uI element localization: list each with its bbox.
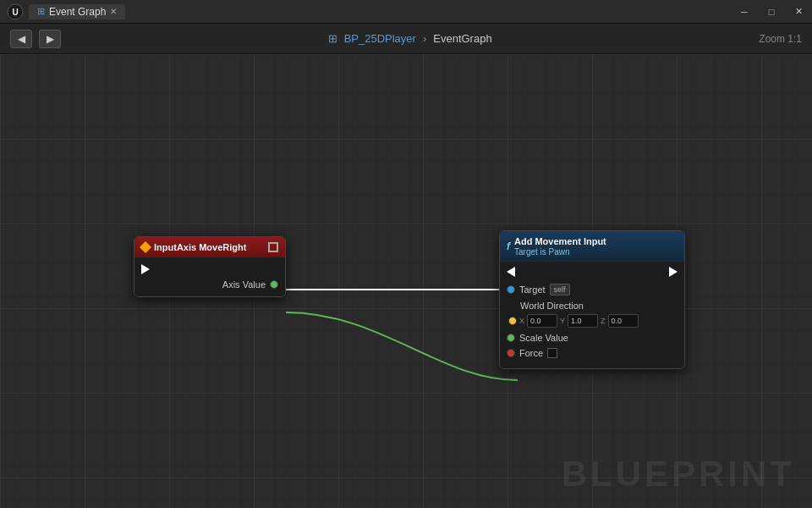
breadcrumb-graph: EventGraph (433, 32, 491, 45)
force-row: Force (507, 348, 678, 358)
axis-value-row: Axis Value (141, 279, 278, 290)
world-direction-label: World Direction (520, 301, 678, 311)
event-graph-tab[interactable]: ⊞ Event Graph ✕ (29, 4, 125, 19)
node-connections (0, 54, 812, 508)
breadcrumb-project[interactable]: BP_25DPlayer (344, 32, 416, 45)
node-movement-body: Target self World Direction X 0.0 Y 1.0 … (500, 262, 684, 368)
tab-close-button[interactable]: ✕ (110, 7, 117, 16)
ue-logo-icon: U (7, 3, 24, 20)
axis-value-label: Axis Value (222, 279, 266, 290)
target-row: Target self (507, 284, 678, 295)
breadcrumb-separator: › (423, 32, 426, 45)
x-axis-label: X (519, 317, 524, 325)
y-axis-label: Y (560, 317, 565, 325)
toolbar: ◀ ▶ ⊞ BP_25DPlayer › EventGraph Zoom 1:1 (0, 24, 812, 54)
target-pin[interactable] (507, 285, 515, 294)
minimize-button[interactable]: ─ (731, 0, 758, 24)
force-label: Force (519, 348, 543, 358)
node-input-title: InputAxis MoveRight (154, 242, 246, 252)
titlebar-left: U ⊞ Event Graph ✕ (7, 3, 125, 20)
blueprint-watermark: BLUEPRINT (562, 454, 795, 494)
z-value-input[interactable]: 0.0 (608, 314, 639, 328)
scale-value-pin[interactable] (507, 334, 515, 342)
zoom-label: Zoom 1:1 (759, 33, 802, 45)
exec-row (141, 264, 278, 274)
function-icon: f (507, 240, 510, 252)
movement-exec-row (507, 267, 678, 277)
forward-button[interactable]: ▶ (39, 30, 61, 48)
target-self-badge: self (550, 284, 570, 295)
exec-out-pin[interactable] (141, 264, 150, 274)
add-movement-input-node[interactable]: f Add Movement Input Target is Pawn Targ… (499, 230, 685, 369)
close-button[interactable]: ✕ (785, 0, 812, 24)
target-label: Target (519, 284, 546, 295)
axis-value-pin[interactable] (270, 280, 278, 289)
tab-icon: ⊞ (37, 6, 45, 17)
y-value-input[interactable]: 1.0 (568, 314, 598, 328)
node-input-header: InputAxis MoveRight (134, 237, 285, 257)
node-movement-header-text: Add Movement Input Target is Pawn (514, 236, 606, 257)
maximize-button[interactable]: □ (758, 0, 785, 24)
scale-value-row: Scale Value (507, 333, 678, 343)
window-controls: ─ □ ✕ (731, 0, 812, 24)
exec-in-pin[interactable] (507, 267, 515, 277)
node-input-pin-out[interactable] (268, 242, 278, 252)
svg-text:U: U (12, 8, 18, 17)
input-axis-diamond-icon (140, 241, 151, 253)
tab-label: Event Graph (49, 6, 106, 18)
breadcrumb-icon: ⊞ (328, 32, 337, 45)
blueprint-canvas[interactable]: InputAxis MoveRight Axis Value f Add Mov… (0, 54, 812, 508)
node-movement-header: f Add Movement Input Target is Pawn (500, 231, 684, 262)
world-direction-pin[interactable] (508, 317, 517, 325)
x-value-input[interactable]: 0.0 (527, 314, 557, 328)
node-movement-title: Add Movement Input (514, 236, 606, 246)
z-axis-label: Z (601, 317, 606, 325)
node-movement-subtitle: Target is Pawn (514, 247, 606, 257)
title-bar: U ⊞ Event Graph ✕ ─ □ ✕ (0, 0, 812, 24)
force-checkbox[interactable] (547, 348, 557, 358)
exec-out-pin[interactable] (669, 267, 678, 277)
breadcrumb: ⊞ BP_25DPlayer › EventGraph (68, 32, 752, 45)
back-button[interactable]: ◀ (10, 30, 32, 48)
input-axis-node[interactable]: InputAxis MoveRight Axis Value (134, 236, 286, 297)
xyz-row: X 0.0 Y 1.0 Z 0.0 (520, 314, 678, 328)
node-input-body: Axis Value (134, 257, 285, 296)
scale-value-label: Scale Value (519, 333, 568, 343)
force-pin[interactable] (507, 349, 515, 357)
